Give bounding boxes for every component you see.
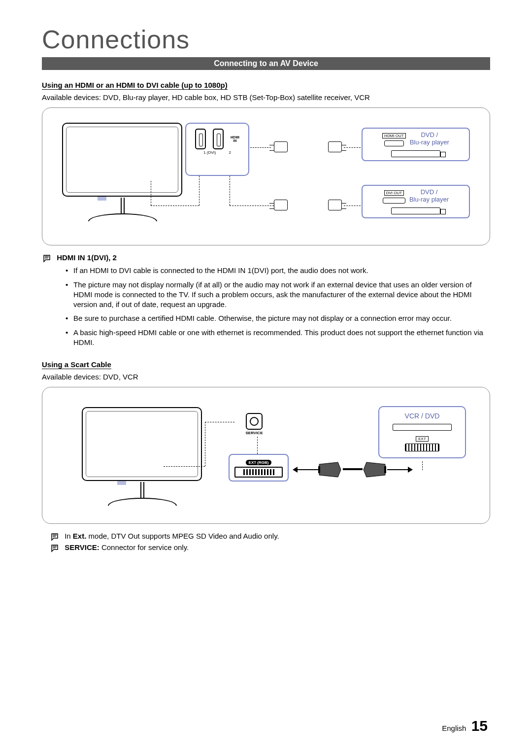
svg-rect-3 [384, 466, 386, 473]
hdmi-label-top: HDMI [231, 136, 239, 139]
device-tray-icon [393, 424, 452, 431]
vcr-scart-port-icon [405, 444, 439, 451]
hdmi-note-item: Be sure to purchase a certified HDMI cab… [66, 313, 490, 323]
device1-name-line1: DVD / [410, 132, 449, 139]
diagram-line [344, 147, 361, 148]
note-icon [43, 254, 53, 263]
hdmi-notes-title: HDMI IN 1(DVI), 2 [57, 253, 117, 262]
hdmi-note-item: The picture may not display normally (if… [66, 280, 490, 310]
hdmi-notes-list: If an HDMI to DVI cable is connected to … [66, 266, 490, 347]
scart-note-1: In Ext. mode, DTV Out supports MPEG SD V… [51, 532, 490, 541]
device2-port-label: DVI OUT [384, 190, 404, 196]
diagram-line [344, 206, 361, 206]
hdmi-label-bottom: IN [231, 139, 239, 142]
scart-available-devices: Available devices: DVD, VCR [42, 372, 490, 382]
page-footer: English 15 [442, 718, 488, 734]
device2-name-line2: Blu-ray player [409, 196, 449, 204]
hdmi-in-1-port-icon [195, 129, 206, 149]
hdmi-note-item: If an HDMI to DVI cable is connected to … [66, 266, 490, 275]
arrow-icon [387, 469, 411, 470]
vcr-ext-label: EXT [416, 436, 429, 442]
footer-language: English [442, 724, 466, 732]
arrow-icon [295, 469, 318, 470]
hdmi-cable-icon [274, 141, 342, 152]
scart-note2-bold: SERVICE: [65, 543, 100, 551]
scart-port-icon [234, 467, 283, 478]
page-title: Connections [42, 25, 490, 54]
svg-marker-0 [319, 462, 341, 477]
diagram-line [205, 422, 205, 466]
tv-illustration [62, 123, 183, 211]
hdmi-port-2-label: 2 [229, 150, 231, 155]
note-icon [51, 532, 61, 541]
ext-rgb-port-panel: EXT (RGB) [229, 454, 289, 481]
ext-rgb-label: EXT (RGB) [246, 460, 272, 465]
scart-note2-post: Connector for service only. [100, 543, 189, 551]
dvi-out-port-icon [383, 198, 405, 204]
diagram-line [230, 176, 230, 206]
diagram-line [151, 206, 199, 206]
hdmi-notes-heading: HDMI IN 1(DVI), 2 [43, 253, 490, 263]
hdmi-available-devices: Available devices: DVD, Blu-ray player, … [42, 93, 490, 103]
scart-plug-icon [318, 461, 342, 478]
device2-name-line1: DVD / [409, 189, 449, 196]
device-hdmi-out: HDMI OUT DVD / Blu-ray player [362, 128, 470, 161]
diagram-line [199, 176, 200, 206]
diagram-line [151, 181, 151, 206]
diagram-line [164, 466, 205, 467]
diagram-line [230, 206, 274, 206]
tv-illustration [82, 407, 202, 496]
scart-note1-pre: In [65, 532, 73, 540]
diagram-line [250, 147, 271, 148]
service-label: SERVICE [234, 431, 274, 435]
vcr-dvd-device: VCR / DVD EXT [378, 406, 466, 458]
scart-plug-icon [363, 461, 386, 478]
hdmi-in-port-panel: HDMI IN 1 (DVI) 2 [185, 123, 249, 176]
service-jack-icon [246, 413, 263, 430]
device-tray-icon [391, 150, 440, 157]
scart-note1-post: mode, DTV Out supports MPEG SD Video and… [86, 532, 279, 540]
diagram-line [205, 422, 234, 422]
note-icon [51, 544, 61, 552]
diagram-line [257, 437, 258, 454]
section-heading-bar: Connecting to an AV Device [42, 57, 490, 70]
service-port-panel: SERVICE [234, 413, 274, 435]
hdmi-out-port-icon [384, 140, 404, 146]
hdmi-dvi-cable-icon [274, 200, 342, 210]
device1-port-label: HDMI OUT [382, 133, 406, 138]
hdmi-port-1-label: 1 (DVI) [203, 150, 216, 155]
device1-name-line2: Blu-ray player [410, 139, 449, 146]
footer-page-number: 15 [471, 718, 488, 734]
hdmi-connection-diagram: HDMI IN 1 (DVI) 2 HDM [42, 107, 490, 245]
hdmi-subheading: Using an HDMI or an HDMI to DVI cable (u… [42, 81, 228, 90]
svg-marker-2 [364, 462, 385, 477]
svg-rect-1 [318, 466, 320, 473]
scart-connection-diagram: SERVICE EXT (RGB) VCR / DVD EXT [42, 387, 490, 524]
device-dvi-out: DVI OUT DVD / Blu-ray player [362, 185, 470, 218]
scart-note-2: SERVICE: Connector for service only. [51, 543, 490, 552]
vcr-dvd-label: VCR / DVD [385, 412, 459, 420]
scart-subheading: Using a Scart Cable [42, 360, 111, 369]
hdmi-in-2-port-icon [213, 129, 224, 149]
cable-wire [343, 468, 363, 470]
hdmi-note-item: A basic high-speed HDMI cable or one wit… [66, 328, 490, 348]
diagram-line [422, 461, 423, 470]
scart-note1-bold: Ext. [73, 532, 87, 540]
device-tray-icon [391, 207, 440, 214]
